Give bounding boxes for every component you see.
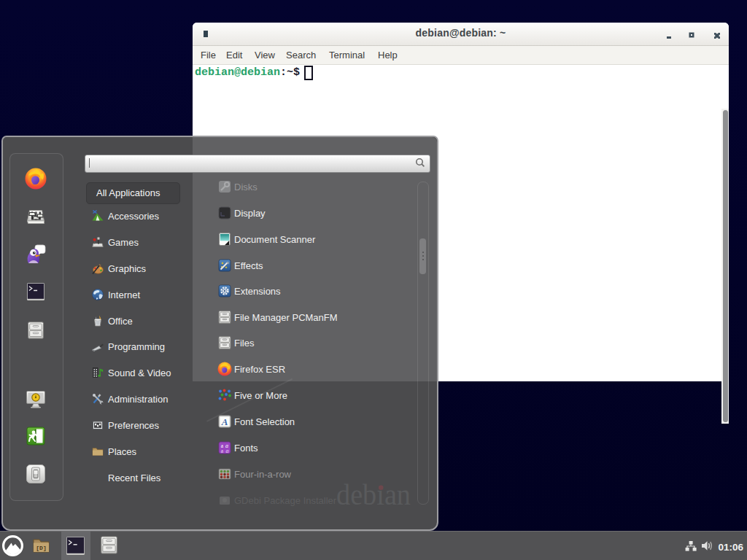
svg-text:a: a [226, 448, 229, 454]
svg-text:[D]: [D] [36, 545, 46, 551]
svg-text:A: A [221, 416, 228, 427]
